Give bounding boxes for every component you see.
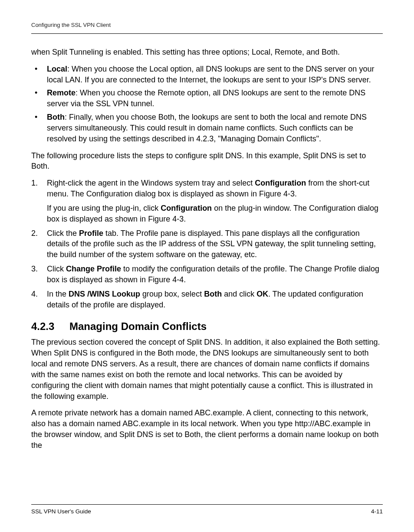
step-4-text-c: group box, select xyxy=(140,290,204,298)
step-2: Click the Profile tab. The Profile pane … xyxy=(31,228,383,260)
procedure-intro: The following procedure lists the steps … xyxy=(31,150,383,172)
step-4-bold-both: Both xyxy=(204,290,222,298)
section-heading: 4.2.3Managing Domain Conflicts xyxy=(31,320,383,333)
step-4: In the DNS /WINS Lookup group box, selec… xyxy=(31,289,383,310)
section-para-1: The previous section covered the concept… xyxy=(31,337,383,401)
step-1-text-a: Right-click the agent in the Windows sys… xyxy=(47,179,255,187)
step-2-text-a: Click the xyxy=(47,229,79,238)
step-3: Click Change Profile to modify the confi… xyxy=(31,264,383,285)
bullet-both: Both: Finally, when you choose Both, the… xyxy=(31,112,383,144)
step-4-bold-dns-wins: DNS /WINS Lookup xyxy=(69,290,140,298)
term-remote: Remote xyxy=(47,88,76,97)
step-3-bold-change-profile: Change Profile xyxy=(66,264,121,273)
step-1-sub-bold: Configuration xyxy=(161,204,212,212)
section-number: 4.2.3 xyxy=(31,320,69,333)
intro-paragraph: when Split Tunneling is enabled. This se… xyxy=(31,47,383,58)
term-local: Local xyxy=(47,65,67,73)
step-4-text-a: In the xyxy=(47,290,69,298)
section-title: Managing Domain Conflicts xyxy=(69,320,207,332)
bullet-local: Local: When you choose the Local option,… xyxy=(31,64,383,85)
procedure-steps: Right-click the agent in the Windows sys… xyxy=(31,178,383,310)
running-head: Configuring the SSL VPN Client xyxy=(31,22,383,34)
step-1-sub-a: If you are using the plug-in, click xyxy=(47,204,161,212)
step-3-text-a: Click xyxy=(47,264,66,273)
step-1-sub: If you are using the plug-in, click Conf… xyxy=(47,203,383,225)
step-4-text-e: and click xyxy=(222,290,256,298)
step-1-bold-configuration: Configuration xyxy=(255,179,306,187)
step-2-bold-profile: Profile xyxy=(79,229,103,238)
footer-page-number: 4-11 xyxy=(371,508,383,515)
step-1: Right-click the agent in the Windows sys… xyxy=(31,178,383,224)
bullet-remote: Remote: When you choose the Remote optio… xyxy=(31,88,383,109)
bullet-local-text: : When you choose the Local option, all … xyxy=(47,65,374,84)
term-both: Both xyxy=(47,113,65,121)
bullet-both-text: : Finally, when you choose Both, the loo… xyxy=(47,113,367,143)
options-bullet-list: Local: When you choose the Local option,… xyxy=(31,64,383,144)
step-4-bold-ok: OK xyxy=(256,290,268,298)
section-para-2: A remote private network has a domain na… xyxy=(31,408,383,450)
page: Configuring the SSL VPN Client when Spli… xyxy=(0,0,414,532)
page-footer: SSL VPN User's Guide 4-11 xyxy=(31,504,383,515)
footer-doc-title: SSL VPN User's Guide xyxy=(31,508,91,515)
bullet-remote-text: : When you choose the Remote option, all… xyxy=(47,88,365,108)
